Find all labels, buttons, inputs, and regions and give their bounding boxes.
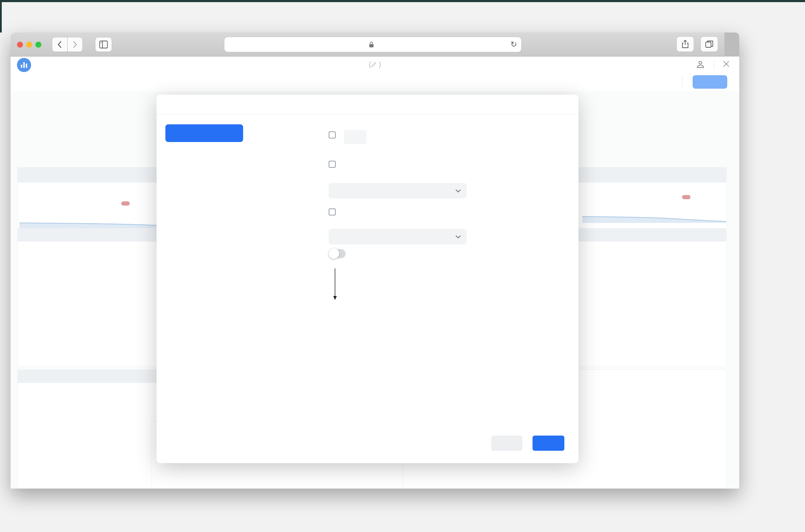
- filter-description-toggle[interactable]: [329, 249, 346, 258]
- document-title: ( ): [11, 60, 739, 69]
- pencil-icon: [371, 62, 377, 67]
- dashboard-properties-modal: [157, 95, 578, 463]
- refresh-seconds-input[interactable]: [344, 130, 366, 144]
- reload-icon[interactable]: ↻: [511, 40, 517, 49]
- account-icon[interactable]: [695, 59, 705, 71]
- menu-divider: [714, 60, 714, 69]
- app-menu-bar: ( ): [11, 57, 739, 73]
- join-behavior-checkbox[interactable]: [329, 161, 336, 168]
- browser-toolbar: ↻: [11, 32, 739, 57]
- browser-window: ↻ ( ): [11, 32, 739, 489]
- cancel-button[interactable]: [491, 436, 522, 451]
- save-button[interactable]: [693, 75, 727, 89]
- minimize-traffic-light[interactable]: [26, 42, 32, 48]
- canvas-top-edge: [0, 0, 805, 2]
- tabs-overview-icon[interactable]: [701, 37, 718, 52]
- modal-header-divider: [157, 114, 578, 114]
- close-traffic-light[interactable]: [17, 42, 23, 48]
- url-bar[interactable]: ↻: [224, 37, 521, 52]
- forward-button[interactable]: [67, 37, 82, 52]
- lock-icon: [369, 41, 374, 48]
- ok-button[interactable]: [533, 436, 564, 451]
- refresh-checkbox[interactable]: [329, 131, 336, 138]
- refresh-text: [340, 130, 556, 144]
- execution-mode-select[interactable]: [329, 183, 466, 199]
- toggle-knob: [329, 248, 339, 259]
- chevron-down-icon: [456, 235, 461, 238]
- view-in-library-select[interactable]: [329, 229, 466, 244]
- modal-tab-general[interactable]: [165, 124, 243, 142]
- toolbar-divider: [682, 76, 682, 88]
- optimize-memory-checkbox[interactable]: [329, 208, 336, 215]
- sidebar-icon[interactable]: [95, 37, 112, 52]
- new-tab-button[interactable]: [724, 32, 739, 57]
- share-icon[interactable]: [677, 37, 694, 52]
- close-dossier-icon[interactable]: [722, 59, 731, 70]
- kpi-delta-badge: [121, 201, 130, 206]
- annotation-arrow: [331, 268, 339, 300]
- chevron-down-icon: [456, 189, 461, 193]
- kpi-delta-badge: [682, 195, 691, 199]
- back-button[interactable]: [52, 37, 67, 52]
- canvas-left-edge: [0, 0, 2, 32]
- app-toolbar: [11, 73, 739, 91]
- maximize-traffic-light[interactable]: [35, 42, 41, 48]
- kpi-area-sparkline: [582, 215, 726, 223]
- editing-status: ( ): [369, 60, 381, 68]
